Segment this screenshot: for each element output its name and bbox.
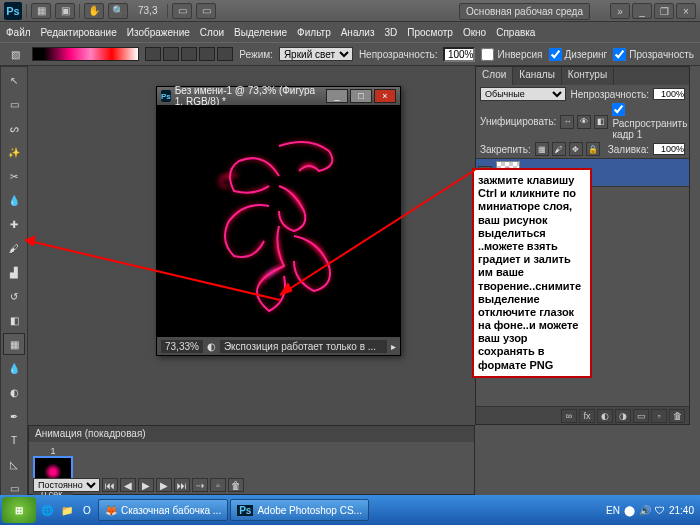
- layer-mask-icon[interactable]: ◐: [597, 409, 613, 423]
- linear-gradient-icon[interactable]: [145, 47, 161, 61]
- menu-filter[interactable]: Фильтр: [297, 27, 331, 38]
- dodge-tool[interactable]: ◐: [3, 381, 25, 403]
- quicklaunch-icon[interactable]: 🌐: [38, 501, 56, 519]
- quicklaunch-icon[interactable]: 📁: [58, 501, 76, 519]
- angle-gradient-icon[interactable]: [181, 47, 197, 61]
- screen-mode-icon[interactable]: ▭: [196, 3, 216, 19]
- first-frame-icon[interactable]: ⏮: [102, 478, 118, 492]
- layer-opacity-input[interactable]: [653, 88, 685, 100]
- wand-tool[interactable]: ✨: [3, 141, 25, 163]
- status-zoom[interactable]: 73,33%: [161, 340, 203, 353]
- taskbar-item[interactable]: PsAdobe Photoshop CS...: [230, 499, 369, 521]
- svg-marker-1: [25, 236, 35, 246]
- layer-fx-icon[interactable]: fx: [579, 409, 595, 423]
- menu-select[interactable]: Выделение: [234, 27, 287, 38]
- tray-icon[interactable]: 🛡: [655, 505, 665, 516]
- tab-paths[interactable]: Контуры: [562, 67, 614, 85]
- menu-file[interactable]: Файл: [6, 27, 31, 38]
- layer-group-icon[interactable]: ▭: [633, 409, 649, 423]
- crop-tool[interactable]: ✂: [3, 165, 25, 187]
- gradient-preview[interactable]: [32, 47, 139, 61]
- workspace-switcher[interactable]: Основная рабочая среда: [459, 3, 590, 20]
- gradient-tool[interactable]: ▦: [3, 333, 25, 355]
- reflected-gradient-icon[interactable]: [199, 47, 215, 61]
- adjustment-layer-icon[interactable]: ◑: [615, 409, 631, 423]
- tween-icon[interactable]: ⇢: [192, 478, 208, 492]
- menu-image[interactable]: Изображение: [127, 27, 190, 38]
- lock-position-icon[interactable]: ✥: [569, 142, 583, 156]
- clock[interactable]: 21:40: [669, 505, 694, 516]
- view-extras-icon[interactable]: ▭: [172, 3, 192, 19]
- blur-tool[interactable]: 💧: [3, 357, 25, 379]
- loop-select[interactable]: Постоянно: [33, 478, 100, 492]
- delete-frame-icon[interactable]: 🗑: [228, 478, 244, 492]
- move-tool[interactable]: ↖: [3, 69, 25, 91]
- path-tool[interactable]: ◺: [3, 453, 25, 475]
- start-button[interactable]: ⊞: [2, 497, 36, 523]
- lock-all-icon[interactable]: 🔒: [586, 142, 600, 156]
- exposure-icon[interactable]: ◐: [207, 341, 216, 352]
- dither-checkbox[interactable]: Дизеринг: [549, 48, 608, 61]
- fill-input[interactable]: [653, 143, 685, 155]
- delete-layer-icon[interactable]: 🗑: [669, 409, 685, 423]
- gradient-tool-icon[interactable]: ▧: [6, 43, 26, 65]
- bridge-icon[interactable]: ▦: [31, 3, 51, 19]
- propagate-checkbox[interactable]: Распространить кадр 1: [612, 103, 687, 140]
- tab-layers[interactable]: Слои: [476, 67, 513, 85]
- doc-maximize-icon[interactable]: □: [350, 89, 372, 103]
- gradient-type-group[interactable]: [145, 47, 233, 61]
- fill-label: Заливка:: [608, 144, 649, 155]
- invert-checkbox[interactable]: Инверсия: [481, 48, 542, 61]
- unify-position-icon[interactable]: ↔: [560, 115, 574, 129]
- unify-style-icon[interactable]: ◧: [594, 115, 608, 129]
- status-arrow-icon[interactable]: ▸: [391, 341, 396, 352]
- restore-icon[interactable]: ❐: [654, 3, 674, 19]
- menu-edit[interactable]: Редактирование: [41, 27, 117, 38]
- lock-transparency-icon[interactable]: ▦: [535, 142, 549, 156]
- pen-tool[interactable]: ✒: [3, 405, 25, 427]
- lang-indicator[interactable]: EN: [606, 505, 620, 516]
- transparency-checkbox[interactable]: Прозрачность: [613, 48, 694, 61]
- diamond-gradient-icon[interactable]: [217, 47, 233, 61]
- menu-3d[interactable]: 3D: [384, 27, 397, 38]
- blend-mode-select[interactable]: Яркий свет: [279, 47, 353, 61]
- prev-frame-icon[interactable]: ◀: [120, 478, 136, 492]
- layer-blend-select[interactable]: Обычные: [480, 87, 566, 101]
- zoom-value[interactable]: 73,3: [132, 5, 163, 16]
- play-icon[interactable]: ▶: [138, 478, 154, 492]
- document-titlebar[interactable]: Ps Без имени-1 @ 73,3% (Фигура 1, RGB/8)…: [157, 87, 400, 105]
- new-frame-icon[interactable]: ▫: [210, 478, 226, 492]
- hand-icon[interactable]: ✋: [84, 3, 104, 19]
- menu-view[interactable]: Просмотр: [407, 27, 453, 38]
- next-frame-icon[interactable]: ▶: [156, 478, 172, 492]
- marquee-tool[interactable]: ▭: [3, 93, 25, 115]
- minimize-icon[interactable]: _: [632, 3, 652, 19]
- doc-close-icon[interactable]: ×: [374, 89, 396, 103]
- new-layer-icon[interactable]: ▫: [651, 409, 667, 423]
- mini-bridge-icon[interactable]: ▣: [55, 3, 75, 19]
- expand-icon[interactable]: »: [610, 3, 630, 19]
- eraser-tool[interactable]: ◧: [3, 309, 25, 331]
- opacity-input[interactable]: [443, 47, 475, 62]
- unify-visibility-icon[interactable]: 👁: [577, 115, 591, 129]
- taskbar-item[interactable]: 🦊Сказочная бабочка ...: [98, 499, 228, 521]
- doc-minimize-icon[interactable]: _: [326, 89, 348, 103]
- lock-pixels-icon[interactable]: 🖌: [552, 142, 566, 156]
- type-tool[interactable]: T: [3, 429, 25, 451]
- zoom-icon[interactable]: 🔍: [108, 3, 128, 19]
- animation-panel-title[interactable]: Анимация (покадровая): [29, 426, 474, 442]
- menu-analysis[interactable]: Анализ: [341, 27, 375, 38]
- tab-channels[interactable]: Каналы: [513, 67, 562, 85]
- radial-gradient-icon[interactable]: [163, 47, 179, 61]
- menu-layers[interactable]: Слои: [200, 27, 224, 38]
- link-layers-icon[interactable]: ∞: [561, 409, 577, 423]
- tray-icon[interactable]: ⬤: [624, 505, 635, 516]
- last-frame-icon[interactable]: ⏭: [174, 478, 190, 492]
- lasso-tool[interactable]: ᔕ: [3, 117, 25, 139]
- system-tray[interactable]: EN ⬤ 🔊 🛡 21:40: [602, 505, 698, 516]
- tray-icon[interactable]: 🔊: [639, 505, 651, 516]
- close-icon[interactable]: ×: [676, 3, 696, 19]
- menu-window[interactable]: Окно: [463, 27, 486, 38]
- quicklaunch-icon[interactable]: O: [78, 501, 96, 519]
- menu-help[interactable]: Справка: [496, 27, 535, 38]
